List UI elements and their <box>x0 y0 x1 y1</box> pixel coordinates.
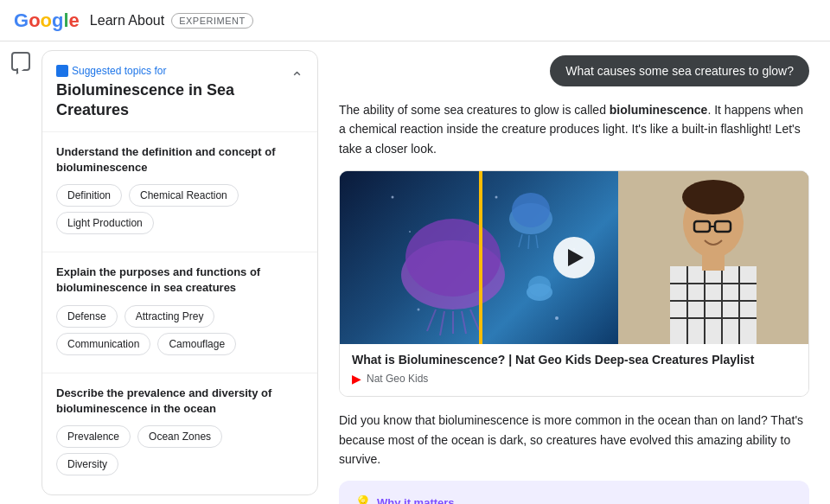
video-card[interactable]: What is Bioluminescence? | Nat Geo Kids … <box>339 170 809 397</box>
suggested-label: Suggested topics for <box>56 65 290 77</box>
header-title: Learn About <box>90 13 164 29</box>
video-source: ▶ Nat Geo Kids <box>352 372 796 386</box>
section-prevalence: Describe the prevalence and diversity of… <box>42 373 317 493</box>
svg-point-19 <box>418 309 420 311</box>
intro-text: The ability of some sea creatures to glo… <box>339 100 809 158</box>
youtube-icon: ▶ <box>352 372 361 386</box>
why-card: 💡 Why it matters Bioluminescence Biolumi… <box>339 481 809 504</box>
chip-row-2b: Communication Camouflage <box>56 333 303 355</box>
chip-light-production[interactable]: Light Production <box>56 212 154 234</box>
svg-point-13 <box>528 276 551 297</box>
yellow-bar <box>479 171 482 344</box>
experiment-badge: EXPERIMENT <box>171 13 253 29</box>
panel-header: Suggested topics for Bioluminescence in … <box>42 51 317 132</box>
play-triangle-icon <box>568 249 584 266</box>
chip-communication[interactable]: Communication <box>56 333 150 355</box>
chip-row-3b: Diversity <box>56 453 303 475</box>
why-label: 💡 Why it matters <box>354 494 794 504</box>
svg-line-9 <box>519 234 522 247</box>
section-purposes-heading: Explain the purposes and functions of bi… <box>56 265 303 296</box>
left-panel: Suggested topics for Bioluminescence in … <box>42 50 318 495</box>
section-prevalence-heading: Describe the prevalence and diversity of… <box>56 386 303 417</box>
collapse-button[interactable]: ⌃ <box>290 68 303 87</box>
section-definition-heading: Understand the definition and concept of… <box>56 144 303 175</box>
svg-line-11 <box>536 235 538 248</box>
chat-icon[interactable] <box>11 52 30 71</box>
svg-line-10 <box>528 235 529 249</box>
google-logo: Google <box>14 10 80 32</box>
chip-row-3: Prevalence Ocean Zones <box>56 425 303 448</box>
svg-point-22 <box>682 180 744 214</box>
video-info: What is Bioluminescence? | Nat Geo Kids … <box>340 344 808 396</box>
svg-line-6 <box>470 309 479 330</box>
chip-row-1: Definition Chemical Reaction <box>56 184 303 207</box>
svg-point-18 <box>555 316 559 320</box>
header: Google Learn About EXPERIMENT <box>0 0 830 41</box>
svg-line-2 <box>427 309 436 331</box>
svg-point-15 <box>409 231 411 233</box>
query-bubble-row: What causes some sea creatures to glow? <box>339 55 809 86</box>
svg-line-3 <box>440 311 444 335</box>
svg-line-5 <box>462 311 466 334</box>
query-bubble: What causes some sea creatures to glow? <box>550 55 809 86</box>
why-icon: 💡 <box>354 494 372 504</box>
svg-rect-26 <box>670 266 757 344</box>
chip-row-2: Defense Attracting Prey <box>56 305 303 328</box>
section-purposes: Explain the purposes and functions of bi… <box>42 252 317 373</box>
topic-icon <box>56 65 68 77</box>
video-thumbnail[interactable] <box>340 171 808 344</box>
video-right <box>618 171 808 344</box>
bold-term: bioluminescence <box>610 103 708 117</box>
chip-chemical-reaction[interactable]: Chemical Reaction <box>129 184 239 207</box>
chip-definition[interactable]: Definition <box>56 184 122 207</box>
svg-point-1 <box>405 219 501 297</box>
section-definition: Understand the definition and concept of… <box>42 132 317 252</box>
chip-attracting-prey[interactable]: Attracting Prey <box>124 305 215 328</box>
person-svg <box>618 171 808 344</box>
play-button[interactable] <box>553 237 595 278</box>
video-source-name: Nat Geo Kids <box>367 373 428 385</box>
fact-text: Did you know that bioluminescence is mor… <box>339 411 809 469</box>
panel-title: Bioluminescence in Sea Creatures <box>56 80 290 121</box>
chip-defense[interactable]: Defense <box>56 305 118 328</box>
svg-point-16 <box>495 196 498 199</box>
chip-row-1b: Light Production <box>56 212 303 234</box>
chip-ocean-zones[interactable]: Ocean Zones <box>137 425 222 448</box>
sidebar-icon-col <box>0 41 42 504</box>
right-panel: What causes some sea creatures to glow? … <box>318 41 830 504</box>
chip-prevalence[interactable]: Prevalence <box>56 425 131 448</box>
video-title: What is Bioluminescence? | Nat Geo Kids … <box>352 353 796 367</box>
main-layout: Suggested topics for Bioluminescence in … <box>0 41 830 504</box>
svg-point-14 <box>392 196 394 199</box>
chip-camouflage[interactable]: Camouflage <box>157 333 236 355</box>
svg-point-8 <box>512 193 550 227</box>
svg-rect-34 <box>702 253 725 271</box>
chip-diversity[interactable]: Diversity <box>56 453 118 475</box>
